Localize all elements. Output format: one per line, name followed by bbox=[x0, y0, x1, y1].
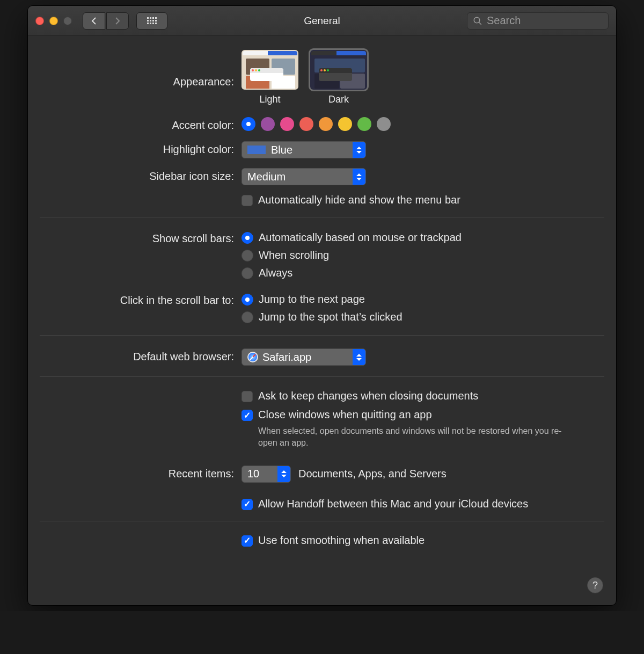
handoff-label: Allow Handoff between this Mac and your … bbox=[258, 498, 528, 510]
accent-color-option[interactable] bbox=[338, 117, 352, 131]
accent-color-option[interactable] bbox=[261, 117, 275, 131]
accent-color-option[interactable] bbox=[280, 117, 294, 131]
sidebar-icon-size-value: Medium bbox=[247, 171, 286, 183]
divider bbox=[40, 217, 604, 217]
help-icon: ? bbox=[592, 580, 598, 591]
dark-preview-icon bbox=[310, 50, 367, 90]
sidebar-icon-size-select[interactable]: Medium bbox=[241, 168, 366, 185]
window-title: General bbox=[304, 15, 340, 27]
radio-label: Always bbox=[259, 267, 292, 279]
radio-option[interactable]: Jump to the spot that’s clicked bbox=[241, 310, 601, 324]
appearance-light-option[interactable]: Light bbox=[241, 50, 298, 105]
recent-items-suffix: Documents, Apps, and Servers bbox=[298, 468, 447, 480]
default-browser-select[interactable]: Safari.app bbox=[241, 348, 366, 366]
accent-color-label: Accent color: bbox=[28, 117, 241, 132]
light-preview-icon bbox=[241, 50, 298, 90]
highlight-color-swatch bbox=[247, 146, 266, 154]
svg-point-0 bbox=[474, 17, 480, 23]
recent-items-value: 10 bbox=[247, 468, 259, 480]
highlight-color-value: Blue bbox=[271, 144, 292, 156]
close-windows-checkbox[interactable]: Close windows when quitting an app bbox=[241, 409, 601, 421]
divider bbox=[40, 521, 604, 521]
chevron-up-down-icon bbox=[353, 349, 365, 365]
chevron-up-down-icon bbox=[353, 142, 365, 158]
close-windows-label: Close windows when quitting an app bbox=[258, 409, 432, 421]
font-smoothing-checkbox[interactable]: Use font smoothing when available bbox=[241, 534, 601, 547]
divider bbox=[40, 335, 604, 336]
appearance-dark-option[interactable]: Dark bbox=[310, 50, 367, 105]
titlebar: General Search bbox=[28, 6, 616, 36]
search-icon bbox=[473, 16, 482, 26]
radio-option[interactable]: Automatically based on mouse or trackpad bbox=[241, 230, 601, 245]
forward-button[interactable] bbox=[106, 12, 129, 30]
radio-icon bbox=[241, 267, 253, 279]
minimize-window-button[interactable] bbox=[49, 17, 58, 25]
radio-icon bbox=[241, 250, 253, 261]
accent-color-option[interactable] bbox=[377, 117, 391, 131]
appearance-light-label: Light bbox=[259, 94, 280, 105]
svg-line-1 bbox=[479, 22, 481, 25]
scroll-click-label: Click in the scroll bar to: bbox=[28, 292, 241, 307]
search-field[interactable]: Search bbox=[467, 12, 609, 30]
scroll-bars-label: Show scroll bars: bbox=[28, 230, 241, 245]
accent-color-option[interactable] bbox=[241, 117, 255, 131]
close-windows-hint: When selected, open documents and window… bbox=[241, 425, 564, 449]
window-controls bbox=[35, 17, 72, 25]
radio-label: Jump to the next page bbox=[259, 293, 365, 306]
accent-color-option[interactable] bbox=[319, 117, 333, 131]
recent-items-select[interactable]: 10 bbox=[241, 466, 291, 483]
accent-color-picker bbox=[241, 117, 601, 131]
nav-buttons bbox=[83, 12, 129, 30]
accent-color-option[interactable] bbox=[299, 117, 313, 131]
auto-hide-menubar-checkbox[interactable]: Automatically hide and show the menu bar bbox=[241, 194, 601, 206]
divider bbox=[40, 376, 604, 377]
appearance-options: Light Dark bbox=[241, 50, 601, 105]
safari-icon bbox=[247, 352, 258, 362]
preferences-window: General Search Appearance: Light bbox=[27, 5, 617, 606]
handoff-checkbox[interactable]: Allow Handoff between this Mac and your … bbox=[241, 498, 601, 510]
appearance-label: Appearance: bbox=[28, 50, 241, 88]
auto-hide-menubar-label: Automatically hide and show the menu bar bbox=[258, 194, 460, 206]
recent-items-label: Recent items: bbox=[28, 466, 241, 480]
radio-icon bbox=[241, 311, 253, 323]
search-placeholder: Search bbox=[487, 14, 521, 27]
chevron-up-down-icon bbox=[353, 169, 365, 185]
highlight-color-select[interactable]: Blue bbox=[241, 141, 366, 158]
radio-label: When scrolling bbox=[259, 249, 329, 261]
chevron-up-down-icon bbox=[277, 466, 290, 482]
radio-label: Automatically based on mouse or trackpad bbox=[259, 231, 462, 244]
appearance-dark-label: Dark bbox=[328, 94, 349, 105]
grid-icon bbox=[147, 17, 157, 24]
radio-icon bbox=[241, 232, 253, 244]
font-smoothing-label: Use font smoothing when available bbox=[258, 534, 425, 547]
default-browser-label: Default web browser: bbox=[28, 348, 241, 363]
chevron-right-icon bbox=[114, 17, 121, 25]
show-all-button[interactable] bbox=[136, 12, 167, 30]
zoom-window-button[interactable] bbox=[63, 17, 72, 25]
back-button[interactable] bbox=[83, 12, 105, 30]
accent-color-option[interactable] bbox=[357, 117, 371, 131]
default-browser-value: Safari.app bbox=[262, 351, 311, 364]
radio-option[interactable]: Always bbox=[241, 266, 601, 280]
radio-option[interactable]: Jump to the next page bbox=[241, 292, 601, 307]
ask-keep-changes-checkbox[interactable]: Ask to keep changes when closing documen… bbox=[241, 390, 601, 402]
help-button[interactable]: ? bbox=[587, 577, 603, 593]
chevron-left-icon bbox=[91, 17, 97, 25]
close-window-button[interactable] bbox=[35, 17, 44, 25]
highlight-color-label: Highlight color: bbox=[28, 141, 241, 156]
ask-keep-changes-label: Ask to keep changes when closing documen… bbox=[258, 390, 478, 402]
preferences-body: Appearance: Light bbox=[28, 36, 616, 550]
radio-label: Jump to the spot that’s clicked bbox=[259, 311, 402, 323]
radio-option[interactable]: When scrolling bbox=[241, 248, 601, 263]
sidebar-icon-size-label: Sidebar icon size: bbox=[28, 168, 241, 183]
radio-icon bbox=[241, 294, 253, 306]
